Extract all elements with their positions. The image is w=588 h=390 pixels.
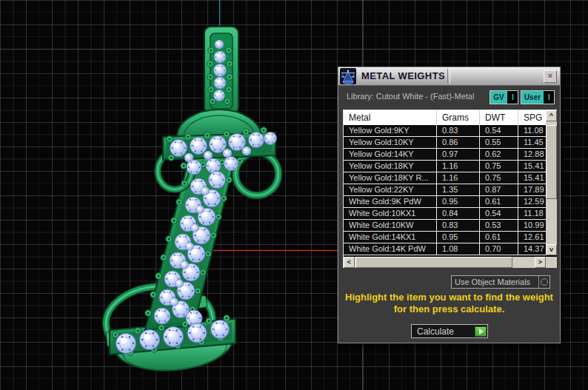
scrollbar-corner [546, 257, 557, 268]
table-header: MetalGramsDWTSPG [344, 110, 557, 125]
calculate-button[interactable]: Calculate [411, 324, 488, 338]
scroll-left-button[interactable]: < [344, 257, 355, 268]
table-cell: 0.54 [480, 208, 518, 220]
table-cell: 0.83 [437, 220, 480, 232]
table-cell: 15.41 [518, 161, 546, 172]
gv-toggle-label: GV [490, 91, 507, 104]
table-row[interactable]: Yellow Gold:14KY0.970.6212.88 [344, 149, 557, 161]
table-cell: 1.16 [437, 172, 480, 184]
gv-toggle-button[interactable]: GV I [490, 90, 518, 104]
table-cell: 0.87 [480, 184, 518, 196]
table-cell: 12.88 [518, 149, 546, 161]
table-row[interactable]: Yellow Gold:9KY0.830.5411.08 [344, 125, 557, 137]
user-toggle-label: User [521, 91, 544, 104]
table-cell: Yellow Gold:9KY [344, 125, 437, 137]
play-triangle-icon [475, 326, 487, 337]
table-row[interactable]: Yellow Gold:22KY1.350.8717.89 [344, 184, 557, 196]
table-cell: 1.08 [437, 243, 480, 255]
table-cell: Yellow Gold:14KY [344, 149, 437, 161]
table-cell: White Gold:9K PdW [344, 196, 437, 208]
scroll-right-button[interactable]: > [535, 257, 546, 268]
materials-dropdown-value: Use Object Materials [452, 278, 538, 286]
scroll-down-button[interactable]: v [546, 244, 557, 255]
table-cell: 0.97 [437, 149, 480, 161]
dialog-title: METAL WEIGHTS [361, 70, 445, 81]
vertical-scroll-thumb[interactable] [546, 125, 557, 199]
table-cell: 0.70 [480, 243, 518, 255]
dropdown-indicator-icon [538, 276, 549, 288]
horizontal-scrollbar[interactable]: < > [344, 257, 546, 268]
table-cell: 0.75 [480, 161, 518, 172]
table-cell: 11.18 [518, 208, 546, 220]
table-cell: 0.95 [437, 196, 480, 208]
table-cell: Yellow Gold:18KY R... [344, 172, 437, 184]
column-header: DWT [480, 110, 518, 125]
titlebar-divider [447, 69, 450, 84]
table-cell: 0.62 [480, 149, 518, 161]
materials-dropdown[interactable]: Use Object Materials [451, 275, 550, 289]
table-cell: 0.53 [480, 220, 518, 232]
column-header: Grams [437, 110, 480, 125]
table-row[interactable]: White Gold:10KW0.830.5310.99 [344, 220, 557, 232]
instruction-text: Highlight the item you want to find the … [338, 292, 560, 315]
table-cell: 0.61 [480, 196, 518, 208]
gv-toggle-indicator: I [508, 91, 518, 104]
metal-weights-dialog: METAL WEIGHTS × Library: Cutout White - … [338, 67, 561, 343]
library-label: Library: Cutout White - (Fast)-Metal [347, 92, 474, 101]
table-cell: 0.61 [480, 232, 518, 243]
table-row[interactable]: Yellow Gold:18KY R...1.160.7515.41 [344, 172, 557, 184]
table-cell: 0.54 [480, 125, 518, 137]
table-cell: 0.75 [480, 172, 518, 184]
pendant-model[interactable] [104, 27, 278, 371]
table-cell: Yellow Gold:18KY [344, 161, 437, 172]
table-row[interactable]: White Gold:14K PdW1.080.7014.37 [344, 243, 557, 255]
column-header: Metal [344, 110, 437, 125]
table-cell: Yellow Gold:22KY [344, 184, 437, 196]
table-cell: 17.89 [518, 184, 546, 196]
table-cell: Yellow Gold:10KY [344, 137, 437, 149]
table-cell: 0.95 [437, 232, 480, 243]
table-cell: 15.41 [518, 172, 546, 184]
table-cell: 10.99 [518, 220, 546, 232]
user-toggle-indicator: I [544, 91, 554, 104]
table-cell: 12.61 [518, 232, 546, 243]
table-cell: 0.86 [437, 137, 480, 149]
table-cell: White Gold:14K PdW [344, 243, 437, 255]
vertical-scrollbar[interactable]: ^ v [546, 110, 557, 255]
table-cell: 0.83 [437, 125, 480, 137]
table-rows: Yellow Gold:9KY0.830.5411.08Yellow Gold:… [344, 125, 557, 255]
metal-weights-table: MetalGramsDWTSPG Yellow Gold:9KY0.830.54… [343, 110, 557, 268]
table-cell: 12.59 [518, 196, 546, 208]
table-cell: 11.45 [518, 137, 546, 149]
table-cell: White Gold:10KW [344, 220, 437, 232]
table-row[interactable]: White Gold:9K PdW0.950.6112.59 [344, 196, 557, 208]
dialog-titlebar[interactable]: METAL WEIGHTS × [338, 67, 560, 86]
instruction-line1: Highlight the item you want to find the … [338, 292, 560, 303]
table-cell: White Gold:10KX1 [344, 208, 437, 220]
balance-scale-icon [339, 68, 357, 84]
table-cell: 11.08 [518, 125, 546, 137]
table-cell: 1.35 [437, 184, 480, 196]
table-row[interactable]: White Gold:10KX10.840.5411.18 [344, 208, 557, 220]
table-cell: 1.16 [437, 161, 480, 172]
table-cell: 0.84 [437, 208, 480, 220]
app-viewport: METAL WEIGHTS × Library: Cutout White - … [0, 0, 588, 390]
close-icon[interactable]: × [544, 70, 557, 83]
user-toggle-button[interactable]: User I [521, 90, 555, 104]
table-cell: 0.55 [480, 137, 518, 149]
table-cell: White Gold:14KX1 [344, 232, 437, 243]
table-row[interactable]: Yellow Gold:18KY1.160.7515.41 [344, 161, 557, 172]
calculate-button-label: Calculate [412, 326, 454, 337]
instruction-line2: for then press calculate. [338, 303, 560, 315]
horizontal-scroll-thumb[interactable] [355, 257, 512, 268]
scroll-up-button[interactable]: ^ [546, 110, 557, 121]
table-row[interactable]: White Gold:14KX10.950.6112.61 [344, 232, 557, 243]
column-header: SPG [518, 110, 546, 125]
table-cell: 14.37 [518, 243, 546, 255]
table-row[interactable]: Yellow Gold:10KY0.860.5511.45 [344, 137, 557, 149]
